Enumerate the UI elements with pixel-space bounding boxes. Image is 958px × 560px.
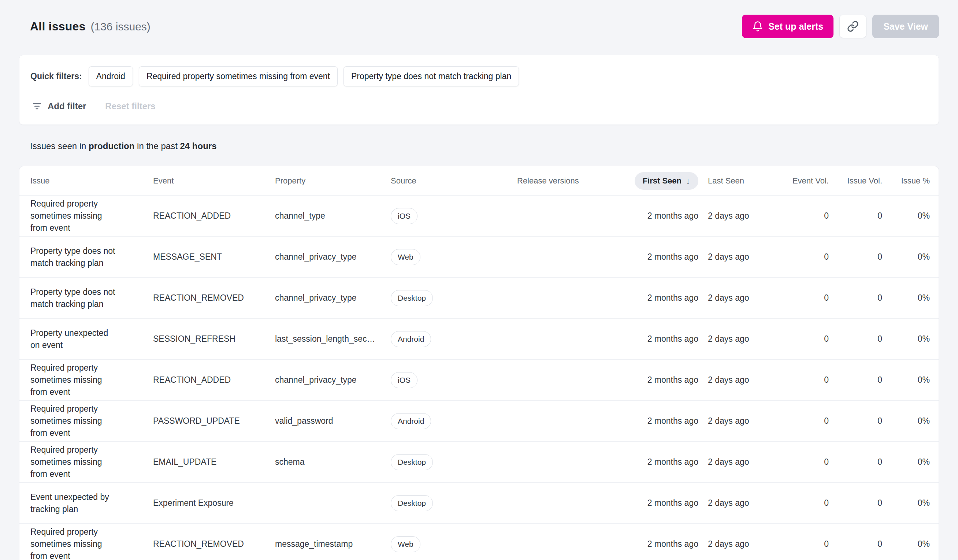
issue-vol-cell: 0 <box>829 539 882 549</box>
source-badge: Android <box>391 331 431 347</box>
event-vol-cell: 0 <box>761 375 829 385</box>
issue-vol-cell: 0 <box>829 416 882 426</box>
bell-icon <box>752 21 763 32</box>
first-seen-cell: 2 months ago <box>633 211 698 221</box>
filter-panel: Quick filters: Android Required property… <box>19 55 939 125</box>
last-seen-cell: 2 days ago <box>698 334 761 344</box>
source-cell: Desktop <box>391 495 517 511</box>
event-cell: Experiment Exposure <box>153 498 275 508</box>
last-seen-cell: 2 days ago <box>698 416 761 426</box>
filter-actions-row: Add filter Reset filters <box>30 101 928 111</box>
last-seen-cell: 2 days ago <box>698 457 761 467</box>
quick-filter-chip-android[interactable]: Android <box>89 66 133 86</box>
property-cell: channel_privacy_type <box>275 293 384 303</box>
scope-environment: production <box>89 141 135 151</box>
table-row[interactable]: Required property sometimes missing from… <box>19 360 939 401</box>
copy-link-button[interactable] <box>839 15 866 38</box>
event-cell: REACTION_REMOVED <box>153 293 275 303</box>
table-row[interactable]: Required property sometimes missing from… <box>19 442 939 483</box>
table-row[interactable]: Event unexpected by tracking plan Experi… <box>19 483 939 524</box>
reset-filters-button[interactable]: Reset filters <box>105 101 155 111</box>
column-header-issue-pct[interactable]: Issue % <box>882 176 930 186</box>
column-header-issue[interactable]: Issue <box>30 176 153 186</box>
issue-vol-cell: 0 <box>829 375 882 385</box>
add-filter-button[interactable]: Add filter <box>32 101 86 111</box>
event-cell: REACTION_REMOVED <box>153 539 275 549</box>
property-cell: valid_password <box>275 416 384 426</box>
save-view-button[interactable]: Save View <box>872 15 939 38</box>
title-wrap: All issues (136 issues) <box>30 20 151 33</box>
quick-filter-chip-property-type[interactable]: Property type does not match tracking pl… <box>344 66 519 86</box>
source-cell: Desktop <box>391 454 517 470</box>
issue-cell: Required property sometimes missing from… <box>30 403 118 439</box>
last-seen-cell: 2 days ago <box>698 252 761 262</box>
table-header-row: Issue Event Property Source Release vers… <box>19 166 939 195</box>
first-seen-label: First Seen <box>643 176 682 186</box>
quick-filters-row: Quick filters: Android Required property… <box>30 66 928 86</box>
column-header-event-vol[interactable]: Event Vol. <box>761 176 829 186</box>
first-seen-sort-pill[interactable]: First Seen ↓ <box>634 172 698 190</box>
source-badge: iOS <box>391 208 417 224</box>
source-badge: Web <box>391 536 420 552</box>
issue-count: (136 issues) <box>90 21 150 33</box>
column-header-property[interactable]: Property <box>275 176 391 186</box>
table-row[interactable]: Required property sometimes missing from… <box>19 401 939 442</box>
event-cell: EMAIL_UPDATE <box>153 457 275 467</box>
last-seen-cell: 2 days ago <box>698 211 761 221</box>
issues-table: Issue Event Property Source Release vers… <box>19 166 939 560</box>
last-seen-cell: 2 days ago <box>698 498 761 508</box>
event-cell: REACTION_ADDED <box>153 375 275 385</box>
source-badge: Desktop <box>391 454 433 470</box>
table-row[interactable]: Property type does not match tracking pl… <box>19 278 939 319</box>
source-badge: iOS <box>391 372 417 388</box>
column-header-release-versions[interactable]: Release versions <box>517 176 633 186</box>
column-header-last-seen[interactable]: Last Seen <box>698 176 761 186</box>
source-badge: Android <box>391 413 431 429</box>
source-cell: Desktop <box>391 290 517 306</box>
property-cell: channel_privacy_type <box>275 252 384 262</box>
issue-pct-cell: 0% <box>882 498 930 508</box>
sort-descending-icon: ↓ <box>686 176 690 185</box>
table-row[interactable]: Property unexpected on event SESSION_REF… <box>19 319 939 360</box>
table-row[interactable]: Property type does not match tracking pl… <box>19 236 939 278</box>
source-badge: Web <box>391 249 420 265</box>
source-cell: Android <box>391 331 517 347</box>
issue-vol-cell: 0 <box>829 457 882 467</box>
quick-filter-chip-required-property[interactable]: Required property sometimes missing from… <box>139 66 338 86</box>
issue-pct-cell: 0% <box>882 334 930 344</box>
issue-pct-cell: 0% <box>882 416 930 426</box>
source-cell: iOS <box>391 372 517 388</box>
event-cell: PASSWORD_UPDATE <box>153 416 275 426</box>
column-header-source[interactable]: Source <box>391 176 517 186</box>
table-row[interactable]: Required property sometimes missing from… <box>19 195 939 236</box>
column-header-issue-vol[interactable]: Issue Vol. <box>829 176 882 186</box>
top-bar: All issues (136 issues) Set up alerts <box>19 14 939 39</box>
event-vol-cell: 0 <box>761 539 829 549</box>
source-badge: Desktop <box>391 495 433 511</box>
issue-cell: Property type does not match tracking pl… <box>30 245 118 269</box>
set-up-alerts-label: Set up alerts <box>768 21 823 32</box>
header-actions: Set up alerts Save View <box>742 15 939 38</box>
table-row[interactable]: Required property sometimes missing from… <box>19 524 939 560</box>
issue-cell: Required property sometimes missing from… <box>30 362 118 398</box>
source-cell: Web <box>391 536 517 552</box>
event-cell: MESSAGE_SENT <box>153 252 275 262</box>
issue-pct-cell: 0% <box>882 375 930 385</box>
issue-vol-cell: 0 <box>829 211 882 221</box>
issue-cell: Property unexpected on event <box>30 327 118 351</box>
set-up-alerts-button[interactable]: Set up alerts <box>742 15 833 38</box>
first-seen-cell: 2 months ago <box>633 334 698 344</box>
column-header-event[interactable]: Event <box>153 176 275 186</box>
save-view-label: Save View <box>883 21 928 32</box>
issue-pct-cell: 0% <box>882 293 930 303</box>
last-seen-cell: 2 days ago <box>698 375 761 385</box>
issue-pct-cell: 0% <box>882 457 930 467</box>
issue-vol-cell: 0 <box>829 293 882 303</box>
issue-pct-cell: 0% <box>882 539 930 549</box>
scope-middle: in the past <box>137 141 178 151</box>
issue-cell: Event unexpected by tracking plan <box>30 491 118 515</box>
event-vol-cell: 0 <box>761 457 829 467</box>
last-seen-cell: 2 days ago <box>698 539 761 549</box>
issues-page: All issues (136 issues) Set up alerts <box>0 14 958 560</box>
column-header-first-seen[interactable]: First Seen ↓ <box>633 172 698 190</box>
